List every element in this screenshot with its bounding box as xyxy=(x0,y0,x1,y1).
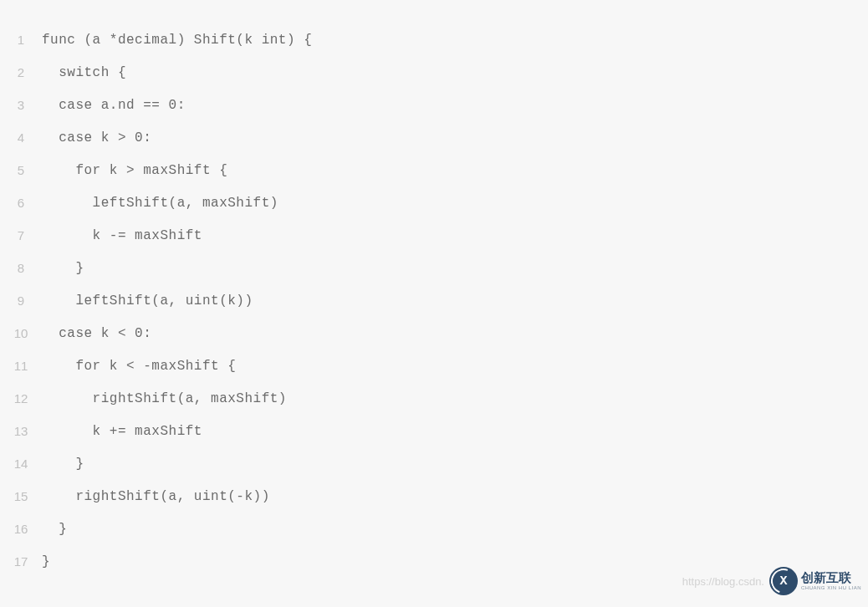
line-content: } xyxy=(42,457,84,472)
line-content: rightShift(a, maxShift) xyxy=(42,391,287,406)
code-line: 10 case k < 0: xyxy=(0,317,868,349)
line-number: 3 xyxy=(0,98,42,112)
line-content: rightShift(a, uint(-k)) xyxy=(42,489,270,504)
code-line: 13 k += maxShift xyxy=(0,415,868,447)
line-number: 6 xyxy=(0,196,42,210)
line-number: 1 xyxy=(0,33,42,47)
logo-text: 创新互联 CHUANG XIN HU LIAN xyxy=(801,571,861,590)
watermark-url: https://blog.csdn. xyxy=(682,575,764,588)
line-number: 9 xyxy=(0,293,42,308)
line-content: leftShift(a, uint(k)) xyxy=(42,293,253,309)
code-line: 3 case a.nd == 0: xyxy=(0,89,868,121)
code-line: 14 } xyxy=(0,447,868,480)
logo-en: CHUANG XIN HU LIAN xyxy=(801,585,861,591)
code-line: 11 for k < -maxShift { xyxy=(0,349,868,382)
code-line: 9 leftShift(a, uint(k)) xyxy=(0,284,868,317)
line-content: } xyxy=(42,554,50,569)
code-block: 1 func (a *decimal) Shift(k int) { 2 swi… xyxy=(0,23,868,578)
code-line: 7 k -= maxShift xyxy=(0,219,868,252)
line-content: } xyxy=(42,261,84,276)
logo-cn: 创新互联 xyxy=(801,571,861,585)
code-line: 2 switch { xyxy=(0,56,868,89)
line-content: k -= maxShift xyxy=(42,228,202,243)
line-number: 11 xyxy=(0,359,42,373)
line-number: 13 xyxy=(0,424,42,438)
line-number: 17 xyxy=(0,554,42,569)
code-line: 8 } xyxy=(0,252,868,284)
line-number: 14 xyxy=(0,457,42,471)
code-line: 6 leftShift(a, maxShift) xyxy=(0,186,868,219)
line-number: 16 xyxy=(0,522,42,536)
code-line: 12 rightShift(a, maxShift) xyxy=(0,382,868,415)
line-number: 10 xyxy=(0,326,42,340)
line-content: case k > 0: xyxy=(42,130,151,145)
code-line: 16 } xyxy=(0,513,868,545)
line-content: } xyxy=(42,522,67,537)
line-content: for k < -maxShift { xyxy=(42,359,236,374)
logo-mark: X xyxy=(779,574,787,589)
line-number: 4 xyxy=(0,130,42,145)
line-content: case a.nd == 0: xyxy=(42,98,186,113)
code-line: 1 func (a *decimal) Shift(k int) { xyxy=(0,23,868,56)
code-line: 5 for k > maxShift { xyxy=(0,154,868,186)
line-content: leftShift(a, maxShift) xyxy=(42,196,278,211)
watermark: https://blog.csdn. X 创新互联 CHUANG XIN HU … xyxy=(682,567,861,595)
line-content: case k < 0: xyxy=(42,326,151,341)
line-content: for k > maxShift { xyxy=(42,163,227,178)
line-content: k += maxShift xyxy=(42,424,202,439)
line-number: 12 xyxy=(0,391,42,406)
code-line: 15 rightShift(a, uint(-k)) xyxy=(0,480,868,513)
watermark-logo: X 创新互联 CHUANG XIN HU LIAN xyxy=(769,567,861,595)
code-line: 4 case k > 0: xyxy=(0,121,868,154)
line-number: 2 xyxy=(0,65,42,79)
line-number: 7 xyxy=(0,228,42,242)
line-number: 5 xyxy=(0,163,42,177)
line-content: func (a *decimal) Shift(k int) { xyxy=(42,33,312,48)
line-content: switch { xyxy=(42,65,126,80)
line-number: 8 xyxy=(0,261,42,275)
line-number: 15 xyxy=(0,489,42,503)
logo-icon: X xyxy=(769,567,798,595)
